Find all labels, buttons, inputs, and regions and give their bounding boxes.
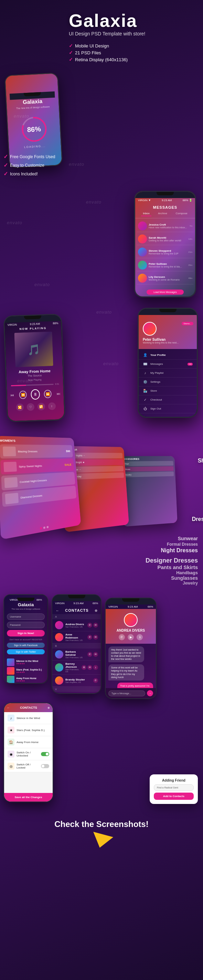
send-btn[interactable]: → (147, 690, 153, 696)
shop-cats-3: Bags Shoes Jewelry (123, 461, 174, 477)
contact-barbara[interactable]: Barbara Général San Francisco, US ✆ ✉ (52, 649, 101, 660)
music-item-3[interactable]: Away From Home ★★★★★ (7, 676, 45, 683)
shop-acc-2[interactable]: Shoes (123, 466, 173, 472)
rewind-btn[interactable]: ⏪ (19, 391, 27, 399)
menu-item-settings[interactable]: ⚙️ Settings (139, 377, 197, 387)
detail-info-btn[interactable]: ℹ (137, 634, 143, 640)
tab-compose[interactable]: Compose (174, 211, 189, 216)
settings-back-icon[interactable]: ← (7, 706, 10, 710)
contact-brandy[interactable]: Brandy Stozter San Angeles, US ✆ (52, 675, 101, 687)
toggle-off[interactable] (41, 764, 49, 768)
tab-inbox[interactable]: Inbox (141, 211, 151, 216)
msg-preview-4: Remember to bring the id bla... (149, 266, 187, 268)
settings-item-1[interactable]: ♪ Silence in the Wind (4, 712, 53, 724)
music-item-1[interactable]: Silence in the Wind ★★★★★ (7, 659, 45, 666)
feature-item-1: ✓ Mobile UI Design (69, 43, 128, 48)
contact-andrea[interactable]: Andrea Divers San Francisco, US ✆ ✉ (52, 619, 101, 631)
msg-item-3[interactable]: Steven Shepperd Remember to bring the DJ… (137, 246, 193, 258)
cat-designer: Designer Dresses (145, 557, 198, 564)
detail-video-btn[interactable]: ▶ (128, 634, 134, 640)
shop-acc-1[interactable]: Bags (123, 461, 173, 466)
menu-item-playlist[interactable]: ♪ My Playlist (139, 369, 197, 377)
more-icon-barney[interactable]: f (93, 665, 98, 670)
contact-barney[interactable]: Barney Jhonson San Francisco, US ⚙ ✉ f (52, 660, 101, 675)
avatar-barbara (55, 650, 63, 659)
music-stars-2: ★★★★★ (16, 671, 45, 673)
next-btn[interactable]: ⏭ (55, 390, 62, 397)
settings-icon-5: ◎ (8, 763, 14, 770)
call-icon-barbara[interactable]: ✆ (87, 652, 92, 657)
back-icon[interactable]: ← (56, 609, 59, 612)
username-input[interactable]: Username (7, 613, 45, 620)
shop-cat-spicy[interactable]: Spicy Sweet Nights SALE (0, 458, 74, 474)
avatar-peter (138, 261, 147, 270)
music-item-2[interactable]: Stars (Feat. Sophia D.) ★★★★★ (7, 667, 45, 675)
msg-item-5[interactable]: Lily Derssen Working in some de Romario … (137, 272, 193, 284)
search-icon[interactable]: ⊕ (94, 609, 98, 612)
menu-item-profile[interactable]: 👤 Your Profile (139, 351, 197, 360)
save-btn[interactable]: Save all the Changes (4, 793, 53, 802)
tab-archive[interactable]: Archive (156, 211, 169, 216)
status-bar-2: VIRGIN ▼ 9:23 AM 88% 🔋 (135, 198, 195, 202)
menu-item-messages[interactable]: ✉️ Messages 10 (139, 360, 197, 369)
signin-btn[interactable]: Sign In Now! (7, 630, 45, 636)
shop-acc-3[interactable]: Jewelry (123, 471, 174, 477)
avatar-andrea (55, 621, 63, 629)
share-btn[interactable]: ↑ (48, 402, 56, 410)
heart-btn[interactable]: ♡ (27, 403, 34, 411)
msg-icon-barney[interactable]: ✉ (87, 665, 92, 670)
msg-icon-andrea[interactable]: ✉ (93, 623, 98, 628)
repeat-btn[interactable]: 🔁 (37, 402, 45, 410)
shuffle-btn[interactable]: 🔀 (16, 403, 24, 411)
chat-input[interactable]: Type a Message... (109, 690, 145, 696)
playlist-icon: ♪ (143, 371, 148, 375)
music-thumb-3 (7, 676, 14, 683)
password-input[interactable]: Password (7, 622, 45, 628)
contacts-list: A Andrea Divers San Francisco, US ✆ ✉ (52, 614, 101, 693)
detail-call-btn[interactable]: ✆ (119, 634, 125, 640)
menu-item-signout[interactable]: ⏻ Sign Out (139, 404, 197, 413)
forward-btn[interactable]: ⏩ (44, 390, 52, 398)
facebook-btn[interactable]: Sign In with Facebook (7, 643, 45, 648)
twitter-btn[interactable]: Sign In with Twitter (7, 649, 45, 654)
shop-cat-blazing[interactable]: Blazing Dresses $90 (0, 444, 73, 458)
arrow-down-icon (90, 832, 113, 850)
menu-item-store[interactable]: 🏪 Store (139, 387, 197, 395)
add-friend-input[interactable]: Find a Radical Gent (154, 784, 194, 791)
call-icon-anne[interactable]: ✆ (87, 635, 92, 640)
settings-icon: ⚙️ (143, 380, 148, 384)
settings-add-icon[interactable]: ⊕ (48, 706, 50, 710)
pause-btn[interactable]: ⏸ (30, 389, 40, 399)
contacts-screen: VIRGIN 9:23 AM 66% ← CONTACTS ⊕ A Andrea… (52, 595, 101, 693)
msg-name-3: Steven Shepperd (149, 249, 187, 252)
phone-chat: VIRGIN 9:23 AM 66% ANDREA DIVERS ✆ ▶ ℹ H… (105, 598, 157, 699)
msg-item-2[interactable]: Sarah Moretti Getting to the after-after… (137, 233, 193, 245)
msg-item-1[interactable]: Jessica Croft Have new notification to t… (137, 220, 193, 232)
settings-item-3[interactable]: 🏠 Away From Home (4, 736, 53, 748)
toggle-on[interactable] (41, 752, 49, 756)
bubble-3: That is pretty awesome! I'm glad you're … (117, 682, 153, 688)
settings-icon-barney[interactable]: ⚙ (82, 665, 86, 670)
contact-info-andrea: Andrea Divers San Francisco, US (66, 623, 84, 628)
settings-item-4[interactable]: ◉ Switch On / Unlocked (4, 748, 53, 760)
load-more-btn[interactable]: Load More Messages (147, 290, 184, 295)
menu-item-checkout[interactable]: ✓ Checkout (139, 395, 197, 404)
contact-icons-brandy: ✆ (93, 678, 98, 683)
messages-icon: ✉️ (143, 362, 148, 366)
login-logo: Galaxia (7, 602, 45, 607)
call-icon-brandy[interactable]: ✆ (93, 678, 98, 683)
settings-item-2[interactable]: ★ Stars (Feat. Sophia D.) (4, 724, 53, 736)
msg-item-4[interactable]: Peter Sullivan Remember to bring the id … (137, 259, 193, 271)
contact-name-brandy: Brandy Stozter (66, 678, 85, 681)
msg-icon-anne[interactable]: ✉ (93, 635, 98, 640)
add-friend-btn[interactable]: Add to Contacts (154, 792, 194, 800)
progress-bar[interactable] (11, 384, 54, 386)
contact-info-barbara: Barbara Général San Francisco, US (66, 650, 85, 659)
progress-fill (11, 385, 26, 386)
contact-anne[interactable]: Anne Robinson San Francisco, US ✆ ✉ (52, 631, 101, 643)
contact-value[interactable]: Value with Subtitle San Angeles, US (52, 692, 101, 693)
msg-icon-barbara[interactable]: ✉ (93, 652, 98, 657)
settings-item-5[interactable]: ◎ Switch Off / Locked (4, 760, 53, 772)
call-icon-andrea[interactable]: ✆ (87, 623, 92, 628)
prev-btn[interactable]: ⏮ (9, 391, 15, 399)
